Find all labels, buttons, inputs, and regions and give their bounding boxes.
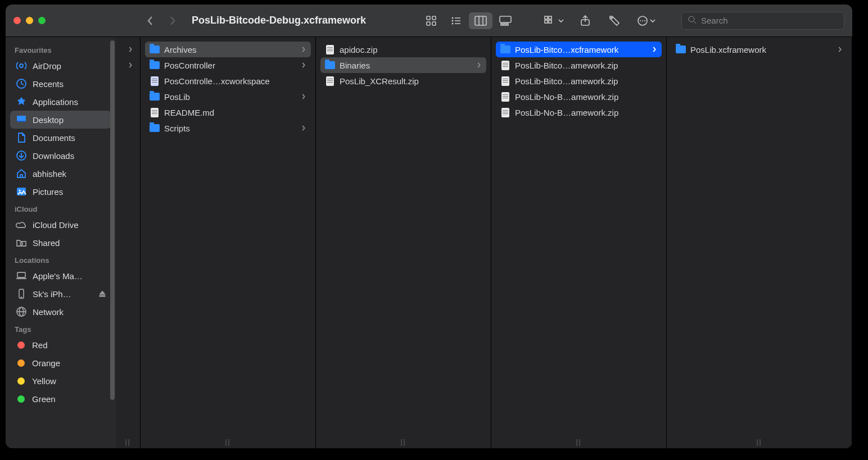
gallery-view-button[interactable] [494,12,517,29]
sidebar-item-icloud-drive[interactable]: iCloud Drive [10,216,111,234]
column-resize-handle[interactable]: || [576,438,581,446]
file-label: PosLib_XCResult.zip [340,76,482,86]
icon-view-button[interactable] [419,12,443,29]
file-row[interactable]: Scripts [145,120,311,136]
sidebar-item-downloads[interactable]: Downloads [10,147,111,165]
forward-button[interactable] [162,12,183,29]
back-button[interactable] [140,12,160,29]
sidebar-item-label: Orange [32,358,60,368]
sidebar-item-shared[interactable]: Shared [10,234,111,252]
svg-rect-13 [500,16,511,22]
action-menu-button[interactable] [632,12,660,29]
sidebar-item-label: Downloads [33,151,74,161]
sidebar-item-yellow[interactable]: Yellow [10,372,111,390]
folder-icon [150,60,160,70]
file-row[interactable]: PosControlle…xcworkspace [145,73,311,89]
sidebar-item-pictures[interactable]: Pictures [10,183,111,201]
sidebar-item-applications[interactable]: Applications [10,93,111,111]
svg-rect-20 [549,20,551,23]
column-resize-handle[interactable]: || [125,438,130,446]
browser-column[interactable]: ArchivesPosControllerPosControlle…xcwork… [141,37,316,448]
sidebar-scrollbar[interactable] [110,40,115,445]
svg-rect-19 [545,20,548,23]
folder-icon [500,44,510,54]
svg-point-27 [644,20,645,21]
search-input[interactable] [701,16,838,25]
file-row[interactable] [120,57,135,73]
file-label: Archives [164,45,296,54]
tag-color-dot [17,359,25,367]
tag-color-dot [17,341,25,349]
column-resize-handle[interactable]: || [756,438,762,446]
sidebar-item-orange[interactable]: Orange [10,354,111,372]
fullscreen-window-button[interactable] [38,17,46,24]
sidebar-scroll-thumb[interactable] [110,40,115,400]
browser-column[interactable]: apidoc.zipBinariesPosLib_XCResult.zip|| [316,37,491,448]
chevron-right-icon [128,47,133,52]
eject-icon[interactable] [99,289,106,299]
sidebar-item-abhishek[interactable]: abhishek [10,165,111,183]
file-label: Binaries [340,61,472,70]
file-row[interactable]: PosLib-Bitco…amework.zip [496,57,662,73]
file-row[interactable]: Archives [145,42,311,57]
file-row[interactable]: PosLib [145,89,311,104]
sidebar-section-header: Favourites [10,42,111,57]
sidebar-item-sk-s-iph-[interactable]: Sk's iPh… [10,285,111,303]
file-row[interactable]: PosLib-Bitco…xcframework [496,42,662,57]
column-view-button[interactable] [469,12,492,29]
list-view-button[interactable] [444,12,468,29]
folder-icon [150,44,160,54]
recents-icon [16,78,27,89]
file-row[interactable]: PosLib_XCResult.zip [320,73,486,89]
minimize-window-button[interactable] [26,17,33,24]
sidebar-item-green[interactable]: Green [10,390,111,408]
file-row[interactable]: PosLib-Bitco…amework.zip [496,73,662,89]
documents-icon [16,132,27,143]
browser-column[interactable]: PosLib.xcframework|| [667,37,852,448]
file-row[interactable]: README.md [145,104,311,120]
svg-rect-3 [432,22,436,25]
file-row[interactable]: Binaries [320,57,486,73]
browser-column[interactable]: PosLib-Bitco…xcframeworkPosLib-Bitco…ame… [491,37,667,448]
sidebar[interactable]: FavouritesAirDropRecentsApplicationsDesk… [6,37,116,448]
sidebar-item-label: Documents [33,133,75,143]
sidebar-item-red[interactable]: Red [10,336,111,354]
share-button[interactable] [573,12,597,29]
column-resize-handle[interactable]: || [225,438,230,446]
sidebar-item-network[interactable]: Network [10,303,111,321]
file-row[interactable]: PosController [145,57,311,73]
file-row[interactable]: apidoc.zip [320,42,486,57]
document-icon [500,76,510,86]
chevron-right-icon [301,47,306,52]
sidebar-item-apple-s-ma-[interactable]: Apple's Ma… [10,267,111,285]
sidebar-item-recents[interactable]: Recents [10,75,111,93]
document-icon [500,92,510,102]
chevron-right-icon [301,125,306,131]
chevron-right-icon [301,62,306,68]
group-by-button[interactable] [540,12,568,29]
file-label: PosLib-Bitco…xcframework [515,45,647,54]
browser-column[interactable]: || [116,37,141,448]
sidebar-item-airdrop[interactable]: AirDrop [10,57,111,75]
search-field[interactable] [681,12,844,30]
sidebar-item-desktop[interactable]: Desktop [10,111,111,129]
sidebar-item-documents[interactable]: Documents [10,129,111,147]
tags-button[interactable] [603,12,626,29]
document-icon [325,76,335,86]
close-window-button[interactable] [13,17,21,24]
svg-point-8 [452,22,454,24]
file-row[interactable] [120,42,135,57]
chevron-right-icon [652,47,657,52]
column-resize-handle[interactable]: || [400,438,406,446]
chevron-right-icon [837,47,843,52]
svg-rect-17 [545,16,548,19]
xcworkspace-icon [150,76,160,86]
file-row[interactable]: PosLib-No-B…amework.zip [496,104,662,120]
file-row[interactable]: PosLib.xcframework [671,42,847,57]
cloud-icon [16,219,27,230]
file-row[interactable]: PosLib-No-B…amework.zip [496,89,662,104]
svg-rect-0 [427,16,430,20]
pictures-icon [16,186,27,197]
nav-buttons [140,12,183,29]
chevron-right-icon [476,62,482,68]
